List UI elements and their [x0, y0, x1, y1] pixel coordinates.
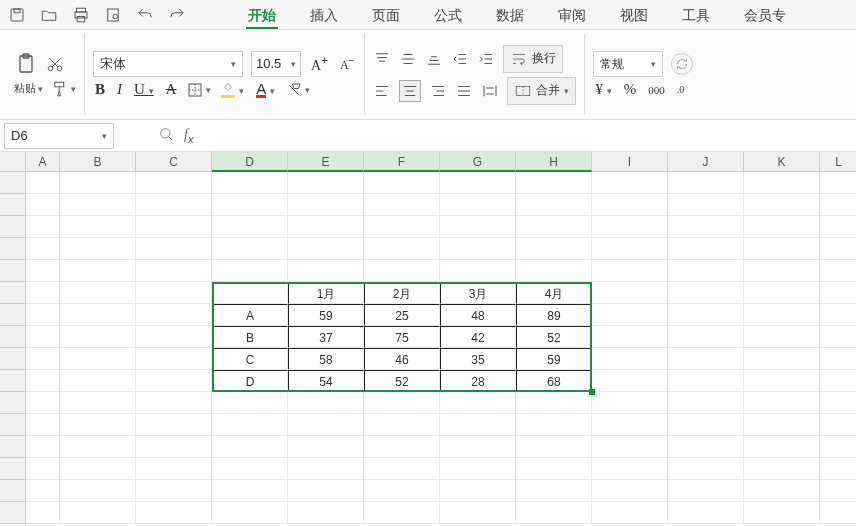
row-header-9[interactable] — [0, 348, 26, 370]
cell-G4[interactable] — [440, 238, 516, 260]
cell-K15[interactable] — [744, 480, 820, 502]
col-header-K[interactable]: K — [744, 152, 820, 172]
cell-F8[interactable]: 75 — [364, 326, 440, 348]
cell-D12[interactable] — [212, 414, 288, 436]
cell-F6[interactable]: 2月 — [364, 282, 440, 304]
row-header-7[interactable] — [0, 304, 26, 326]
cell-G1[interactable] — [440, 172, 516, 194]
align-middle-button[interactable] — [399, 50, 417, 68]
cell-I4[interactable] — [592, 238, 668, 260]
cell-C14[interactable] — [136, 458, 212, 480]
cell-L5[interactable] — [820, 260, 856, 282]
cell-E16[interactable] — [288, 502, 364, 524]
cell-F9[interactable]: 46 — [364, 348, 440, 370]
cell-C10[interactable] — [136, 370, 212, 392]
cell-J16[interactable] — [668, 502, 744, 524]
cell-D15[interactable] — [212, 480, 288, 502]
increase-indent-button[interactable] — [477, 50, 495, 68]
cell-B3[interactable] — [60, 216, 136, 238]
cell-H4[interactable] — [516, 238, 592, 260]
align-right-button[interactable] — [429, 82, 447, 100]
cell-K8[interactable] — [744, 326, 820, 348]
row-header-14[interactable] — [0, 458, 26, 480]
menu-tab-8[interactable]: 会员专 — [742, 5, 788, 29]
italic-button[interactable]: I — [115, 81, 124, 98]
cell-J12[interactable] — [668, 414, 744, 436]
cell-F11[interactable] — [364, 392, 440, 414]
cell-I12[interactable] — [592, 414, 668, 436]
cell-B9[interactable] — [60, 348, 136, 370]
cell-B13[interactable] — [60, 436, 136, 458]
cell-L15[interactable] — [820, 480, 856, 502]
cancel-formula-icon[interactable] — [158, 126, 174, 145]
cell-I2[interactable] — [592, 194, 668, 216]
cell-I15[interactable] — [592, 480, 668, 502]
cell-E1[interactable] — [288, 172, 364, 194]
cell-D6[interactable] — [212, 282, 288, 304]
cell-F1[interactable] — [364, 172, 440, 194]
row-header-13[interactable] — [0, 436, 26, 458]
cell-E7[interactable]: 59 — [288, 304, 364, 326]
cell-C15[interactable] — [136, 480, 212, 502]
fx-icon[interactable]: fx — [184, 127, 194, 145]
cell-H11[interactable] — [516, 392, 592, 414]
col-header-B[interactable]: B — [60, 152, 136, 172]
cell-C2[interactable] — [136, 194, 212, 216]
format-painter-button[interactable]: ▾ — [51, 80, 76, 98]
cell-B12[interactable] — [60, 414, 136, 436]
cell-A15[interactable] — [26, 480, 60, 502]
cell-H6[interactable]: 4月 — [516, 282, 592, 304]
cell-C8[interactable] — [136, 326, 212, 348]
menu-tab-0[interactable]: 开始 — [246, 5, 278, 29]
cell-L11[interactable] — [820, 392, 856, 414]
cell-E8[interactable]: 37 — [288, 326, 364, 348]
cell-K2[interactable] — [744, 194, 820, 216]
cell-A4[interactable] — [26, 238, 60, 260]
decrease-font-button[interactable]: A− — [338, 55, 357, 73]
row-header-3[interactable] — [0, 216, 26, 238]
cell-K11[interactable] — [744, 392, 820, 414]
row-header-4[interactable] — [0, 238, 26, 260]
cell-E5[interactable] — [288, 260, 364, 282]
col-header-J[interactable]: J — [668, 152, 744, 172]
distribute-button[interactable] — [481, 82, 499, 100]
cell-J15[interactable] — [668, 480, 744, 502]
cell-C1[interactable] — [136, 172, 212, 194]
cell-K7[interactable] — [744, 304, 820, 326]
row-header-6[interactable] — [0, 282, 26, 304]
align-center-button[interactable] — [399, 80, 421, 102]
menu-tab-6[interactable]: 视图 — [618, 5, 650, 29]
cell-L10[interactable] — [820, 370, 856, 392]
decrease-indent-button[interactable] — [451, 50, 469, 68]
cell-D16[interactable] — [212, 502, 288, 524]
cell-B14[interactable] — [60, 458, 136, 480]
cell-K9[interactable] — [744, 348, 820, 370]
cell-A2[interactable] — [26, 194, 60, 216]
cell-J14[interactable] — [668, 458, 744, 480]
cell-C6[interactable] — [136, 282, 212, 304]
col-header-L[interactable]: L — [820, 152, 856, 172]
col-header-G[interactable]: G — [440, 152, 516, 172]
cell-J10[interactable] — [668, 370, 744, 392]
cell-L2[interactable] — [820, 194, 856, 216]
menu-tab-7[interactable]: 工具 — [680, 5, 712, 29]
cell-L14[interactable] — [820, 458, 856, 480]
col-header-D[interactable]: D — [212, 152, 288, 172]
undo-icon[interactable] — [136, 6, 154, 27]
cell-G14[interactable] — [440, 458, 516, 480]
cell-J3[interactable] — [668, 216, 744, 238]
cell-C4[interactable] — [136, 238, 212, 260]
cell-F12[interactable] — [364, 414, 440, 436]
align-top-button[interactable] — [373, 50, 391, 68]
cell-J9[interactable] — [668, 348, 744, 370]
cell-H12[interactable] — [516, 414, 592, 436]
cell-J8[interactable] — [668, 326, 744, 348]
align-bottom-button[interactable] — [425, 50, 443, 68]
justify-button[interactable] — [455, 82, 473, 100]
cell-H16[interactable] — [516, 502, 592, 524]
cell-I10[interactable] — [592, 370, 668, 392]
cell-G3[interactable] — [440, 216, 516, 238]
cell-F3[interactable] — [364, 216, 440, 238]
cell-C9[interactable] — [136, 348, 212, 370]
cell-A12[interactable] — [26, 414, 60, 436]
